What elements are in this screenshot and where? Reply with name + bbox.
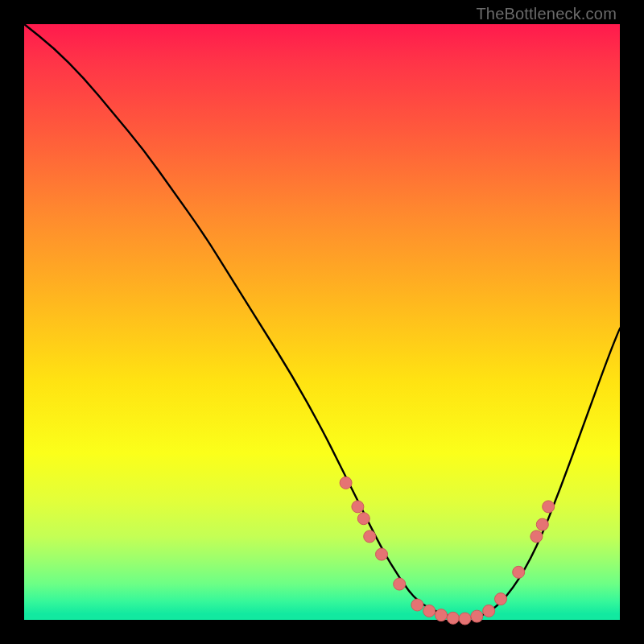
data-point bbox=[423, 605, 436, 617]
data-point bbox=[376, 548, 388, 560]
data-point bbox=[394, 578, 406, 590]
data-point bbox=[471, 610, 483, 622]
data-points bbox=[340, 477, 555, 625]
bottleneck-curve bbox=[24, 24, 620, 618]
watermark-text: TheBottleneck.com bbox=[476, 5, 617, 23]
data-point bbox=[411, 599, 423, 611]
data-point bbox=[447, 612, 459, 624]
data-point bbox=[543, 501, 555, 513]
data-point bbox=[357, 513, 369, 525]
bottleneck-curve-svg bbox=[24, 24, 620, 620]
data-point bbox=[530, 530, 543, 543]
data-point bbox=[536, 518, 548, 530]
data-point bbox=[483, 605, 495, 617]
data-point bbox=[340, 477, 352, 489]
data-point bbox=[495, 593, 507, 605]
data-point bbox=[459, 613, 471, 625]
data-point bbox=[364, 530, 376, 543]
data-point bbox=[436, 609, 448, 621]
data-point bbox=[513, 566, 525, 578]
data-point bbox=[352, 501, 364, 513]
chart-frame: TheBottleneck.com bbox=[0, 0, 644, 644]
